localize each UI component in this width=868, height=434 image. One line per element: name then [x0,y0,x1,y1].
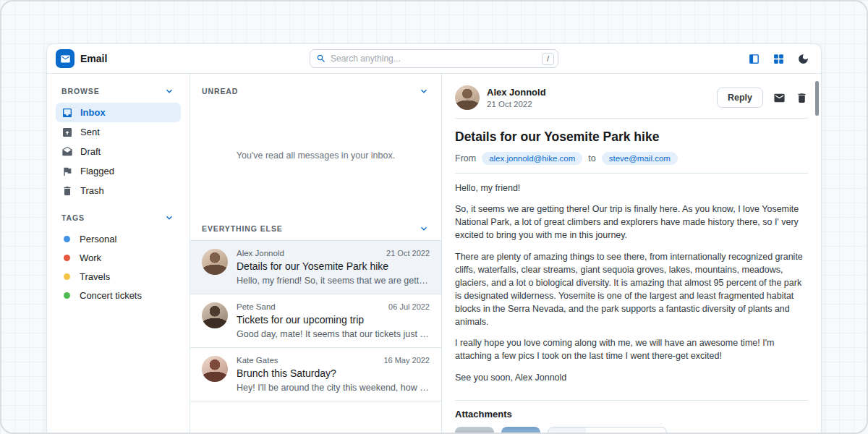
email-preview: Hey! I'll be around the city this weeken… [237,383,430,393]
tag-color-dot [64,236,70,242]
email-date: 06 Jul 2022 [388,302,430,311]
email-preview: Good day, mate! It seems that our ticket… [237,329,430,339]
main-content: Browse Inbox Sent Draft Flagged Tra [47,74,821,434]
tag-item-personal[interactable]: Personal [56,229,181,248]
tag-color-dot [64,255,70,261]
brand: Email [56,49,107,68]
email-list-item[interactable]: Kate Gates 16 May 2022 Brunch this Satur… [190,347,441,401]
tag-label: Travels [80,271,110,282]
sidebar-section-browse[interactable]: Browse [56,82,181,100]
sidebar-item-label: Flagged [80,166,114,176]
email-app-window: Email / Browse [46,43,822,434]
dark-mode-toggle[interactable] [793,49,812,68]
top-bar: Email / [47,44,821,74]
app-title: Email [80,53,107,64]
chevron-down-icon[interactable] [418,223,430,234]
avatar [202,356,228,382]
email-body: Hello, my friend! So, it seems we are ge… [455,182,808,392]
email-sender: Kate Gates [237,356,278,365]
attachments-label: Attachments [455,409,808,420]
sidebar-section-tags-wrap: Tags Personal Work Travels Concer [56,209,181,305]
delete-button[interactable] [796,92,808,104]
email-sender: Alex Jonnold [237,249,284,258]
sidebar-item-trash[interactable]: Trash [56,181,181,200]
email-sender: Pete Sand [237,302,276,311]
sidebar-item-flagged[interactable]: Flagged [56,161,181,181]
attachment-file-card[interactable]: videos-hike.zip 100 MB [548,427,667,434]
trash-icon [61,185,73,197]
body-paragraph: Hello, my friend! [455,182,808,195]
sidebar-item-draft[interactable]: Draft [56,142,181,161]
folder-tile [548,427,586,434]
search-input[interactable] [331,54,537,64]
tag-label: Personal [80,234,116,244]
divider [455,400,808,401]
detail-date: 21 Oct 2022 [487,100,546,109]
mail-icon [60,54,71,64]
scrollbar-thumb[interactable] [815,81,819,116]
tag-label: Concert tickets [80,290,142,301]
tag-item-concert-tickets[interactable]: Concert tickets [56,286,181,305]
email-subject: Details for our Yosemite Park hike [237,260,430,272]
email-item-body: Pete Sand 06 Jul 2022 Tickets for our up… [237,302,430,339]
layout-toggle-button[interactable] [744,49,763,68]
email-date: 16 May 2022 [383,356,430,365]
sidebar-item-label: Trash [80,185,104,196]
divider [455,118,808,119]
chevron-down-icon[interactable] [418,85,430,97]
body-paragraph: I really hope you love coming along with… [455,336,808,362]
avatar [202,302,228,328]
draft-icon [61,146,73,158]
moon-icon [797,53,809,65]
email-list-item[interactable]: Pete Sand 06 Jul 2022 Tickets for our up… [190,294,441,347]
detail-sender-block: Alex Jonnold 21 Oct 2022 [487,87,546,109]
email-list-item[interactable]: Alex Jonnold 21 Oct 2022 Details for our… [190,240,441,294]
apps-grid-button[interactable] [769,49,788,68]
sidebar-item-label: Inbox [80,107,106,118]
flag-icon [61,166,73,177]
forward-mail-button[interactable] [773,92,786,104]
search-bar[interactable]: / [310,49,558,68]
sidebar-item-label: Draft [80,146,101,157]
grid-icon [773,53,785,65]
trash-icon [796,92,808,104]
chevron-down-icon[interactable] [163,85,175,97]
email-logo [56,49,75,68]
inbox-icon [61,107,73,119]
sidebar-item-inbox[interactable]: Inbox [56,103,181,122]
browse-section-label: Browse [61,87,100,95]
detail-actions: Reply [717,88,808,108]
list-section-unread[interactable]: Unread [190,74,441,103]
attachments-row: videos-hike.zip 100 MB [455,427,808,434]
chevron-down-icon[interactable] [163,212,175,224]
mail-list-column: Unread You've read all messages in your … [190,74,442,434]
email-preview: Hello, my friend! So, it seems that we a… [237,276,430,286]
email-item-body: Kate Gates 16 May 2022 Brunch this Satur… [237,356,430,393]
everything-else-section-label: Everything else [202,224,283,233]
to-label: to [588,153,595,163]
tags-section-label: Tags [61,213,85,222]
tag-item-work[interactable]: Work [56,248,181,267]
to-email-chip[interactable]: steve@mail.com [602,152,678,165]
email-item-body: Alex Jonnold 21 Oct 2022 Details for our… [237,249,430,286]
attachment-photo-1[interactable] [455,427,494,434]
attachment-photo-2[interactable] [501,427,540,434]
unread-empty-message: You've read all messages in your inbox. [190,103,441,208]
tag-item-travels[interactable]: Travels [56,267,181,286]
reply-button[interactable]: Reply [717,88,763,108]
divider [455,173,808,174]
mail-icon [773,92,786,104]
body-paragraph: So, it seems we are getting there! Our t… [455,203,808,242]
from-label: From [455,153,476,163]
from-email-chip[interactable]: alex.jonnold@hike.com [482,152,582,165]
list-section-everything-else[interactable]: Everything else [190,208,441,240]
from-to-row: From alex.jonnold@hike.com to steve@mail… [455,152,808,165]
avatar [202,249,228,275]
tag-color-dot [64,273,70,280]
email-detail-pane: Alex Jonnold 21 Oct 2022 Reply Details f… [442,74,821,434]
sidebar-section-tags[interactable]: Tags [56,209,181,226]
search-shortcut-badge: / [542,53,554,65]
sidebar-item-sent[interactable]: Sent [56,122,181,142]
body-paragraph: There are plenty of amazing things to se… [455,250,808,329]
sidebar-item-label: Sent [80,127,100,137]
